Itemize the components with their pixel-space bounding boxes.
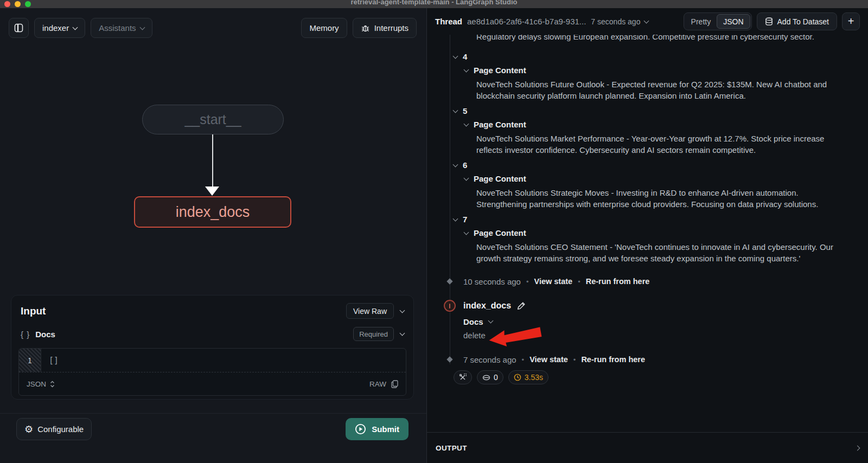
input-header: Input View Raw xyxy=(18,303,406,319)
doc-field-toggle[interactable]: Page Content xyxy=(427,120,868,129)
assistants-label: Assistants xyxy=(99,23,136,33)
graph-node-start[interactable]: __start__ xyxy=(142,105,284,134)
format-select[interactable]: JSON xyxy=(27,380,55,388)
doc-partial-line: Regulatory delays slowing European expan… xyxy=(427,35,868,46)
memory-button[interactable]: Memory xyxy=(301,18,347,38)
doc-field-toggle[interactable]: Page Content xyxy=(427,228,868,237)
thread-content: Regulatory delays slowing European expan… xyxy=(427,35,868,432)
doc-item-toggle[interactable]: 7 xyxy=(427,215,868,224)
doc-item-toggle[interactable]: 5 xyxy=(427,106,868,115)
thread-header: Thread ae8d1a06-2af6-41c6-b7a9-931... 7 … xyxy=(427,8,868,35)
view-state-link[interactable]: View state xyxy=(529,355,568,364)
window-titlebar: retrieval-agent-template-main - LangGrap… xyxy=(0,0,868,8)
input-title: Input xyxy=(21,305,46,317)
doc-text: NoveTech Solutions Future Outlook - Expe… xyxy=(427,79,846,101)
chevron-down-icon xyxy=(464,69,468,72)
interrupt-status-icon xyxy=(444,300,456,312)
raw-label: RAW xyxy=(369,380,386,388)
chevron-down-icon xyxy=(400,331,405,336)
view-state-link[interactable]: View state xyxy=(534,277,572,286)
assistants-dropdown[interactable]: Assistants xyxy=(91,18,152,38)
editor-code-text[interactable]: [] xyxy=(41,349,59,372)
output-section-header[interactable]: OUTPUT xyxy=(427,432,868,463)
thread-time-label: 7 seconds ago xyxy=(591,17,640,26)
doc-field-toggle[interactable]: Page Content xyxy=(427,174,868,183)
graph-panel: indexer Assistants Memory Interrupts xyxy=(0,8,426,463)
gear-icon: ⚙ xyxy=(24,425,33,434)
bullet-separator: • xyxy=(578,278,580,286)
checkpoint-time: 7 seconds ago xyxy=(463,355,516,364)
memory-label: Memory xyxy=(309,23,339,33)
output-label: OUTPUT xyxy=(436,444,467,452)
editor-code-area[interactable]: 1 [] xyxy=(19,349,406,372)
configurable-button[interactable]: ⚙ Configurable xyxy=(16,418,92,440)
panel-divider xyxy=(0,413,426,414)
doc-index: 4 xyxy=(463,52,467,61)
graph-node-index-docs[interactable]: index_docs xyxy=(134,196,291,228)
node-docs-toggle[interactable]: Docs xyxy=(427,317,868,326)
chevron-down-icon xyxy=(644,18,649,23)
toggle-sidebar-button[interactable] xyxy=(9,18,29,38)
window-title: retrieval-agent-template-main - LangGrap… xyxy=(0,0,868,6)
checkpoint-time: 10 seconds ago xyxy=(463,277,521,286)
play-circle-icon xyxy=(355,423,366,435)
checkpoint-row: 7 seconds ago • View state • Re-run from… xyxy=(427,355,868,364)
chevron-down-icon xyxy=(454,56,457,58)
interrupts-label: Interrupts xyxy=(374,23,409,33)
graph-edge xyxy=(212,134,213,187)
doc-field-label: Page Content xyxy=(474,228,526,237)
plus-icon: + xyxy=(848,15,854,28)
doc-field-label: Page Content xyxy=(474,120,526,129)
add-to-dataset-label: Add To Dataset xyxy=(777,17,829,26)
duration-badge[interactable]: 3.53s xyxy=(508,370,548,384)
checkpoint-diamond-icon xyxy=(446,356,452,362)
input-panel: Input View Raw { } Docs Required 1 [] JS… xyxy=(11,295,414,400)
raw-copy-control[interactable]: RAW xyxy=(369,380,398,388)
doc-item-toggle[interactable]: 6 xyxy=(427,160,868,170)
editor-toolbar: JSON RAW xyxy=(19,372,406,395)
doc-partial-text: Regulatory delays slowing European expan… xyxy=(476,35,868,41)
configurable-label: Configurable xyxy=(37,425,84,434)
thread-label: Thread xyxy=(435,17,462,26)
edit-pencil-icon[interactable] xyxy=(517,301,526,310)
bullet-separator: • xyxy=(526,278,529,286)
thread-time-dropdown[interactable]: 7 seconds ago xyxy=(591,17,648,26)
chevron-down-icon xyxy=(73,24,78,30)
chevron-down-icon xyxy=(464,178,468,180)
collapse-docs-field-button[interactable] xyxy=(400,333,404,335)
node-docs-label: Docs xyxy=(463,317,483,326)
chevron-down-icon xyxy=(454,110,457,112)
graph-select-dropdown[interactable]: indexer xyxy=(34,18,85,38)
collapse-input-button[interactable] xyxy=(400,310,404,312)
chevron-down-icon xyxy=(488,318,493,324)
view-mode-pretty[interactable]: Pretty xyxy=(685,14,717,29)
tools-badge[interactable] xyxy=(454,370,472,384)
graph-toolbar: indexer Assistants Memory Interrupts xyxy=(9,18,417,38)
run-stats-row: 0 3.53s xyxy=(427,370,868,384)
interrupts-button[interactable]: Interrupts xyxy=(353,18,417,38)
view-raw-button[interactable]: View Raw xyxy=(346,303,394,319)
chevron-down-icon xyxy=(454,218,457,221)
add-to-dataset-button[interactable]: Add To Dataset xyxy=(757,12,837,30)
rerun-link[interactable]: Re-run from here xyxy=(581,355,645,364)
token-count: 0 xyxy=(494,373,498,382)
copy-icon xyxy=(391,380,398,388)
view-mode-toggle: Pretty JSON xyxy=(684,12,752,30)
doc-field-toggle[interactable]: Page Content xyxy=(427,66,868,75)
graph-edge-arrowhead-icon xyxy=(205,187,219,196)
new-thread-button[interactable]: + xyxy=(842,12,860,30)
doc-text: NoveTech Solutions CEO Statement - 'Nove… xyxy=(427,241,846,264)
checkpoint-diamond-icon xyxy=(446,278,452,284)
docs-field-row: { } Docs Required xyxy=(18,327,406,341)
rerun-link[interactable]: Re-run from here xyxy=(586,277,650,286)
bullet-separator: • xyxy=(573,356,576,364)
chevron-right-icon xyxy=(856,446,859,450)
token-count-badge[interactable]: 0 xyxy=(477,370,503,384)
bug-icon xyxy=(361,23,370,33)
doc-text: NoveTech Solutions Strategic Moves - Inv… xyxy=(427,187,846,210)
start-node-label: __start__ xyxy=(184,112,241,127)
submit-button[interactable]: Submit xyxy=(346,418,409,440)
token-icon xyxy=(482,375,490,381)
doc-item-toggle[interactable]: 4 xyxy=(427,52,868,61)
view-mode-json[interactable]: JSON xyxy=(717,14,750,29)
